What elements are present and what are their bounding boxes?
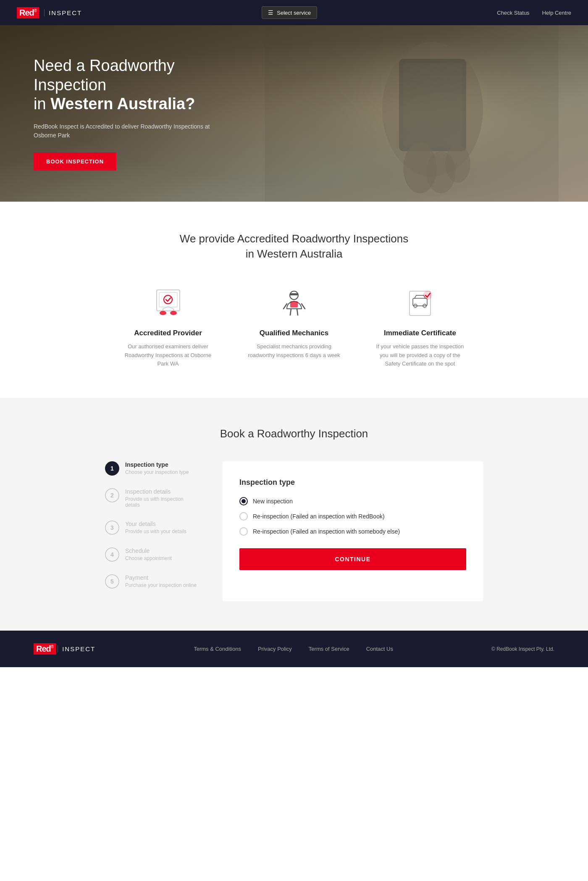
mechanics-desc: Specialist mechanics providing roadworth… <box>248 342 340 360</box>
accredited-name: Accredited Provider <box>122 329 214 337</box>
footer-logo-inspect: INSPECT <box>58 645 95 652</box>
logo-inspect-text: INSPECT <box>44 9 82 16</box>
step-4: 4 Schedule Choose appointment <box>105 547 197 562</box>
step-5: 5 Payment Purchase your inspection onlin… <box>105 574 197 589</box>
footer-contact-us[interactable]: Contact Us <box>366 646 393 652</box>
certificate-icon <box>403 287 437 321</box>
booking-layout: 1 Inspection type Choose your inspection… <box>105 461 483 601</box>
accredited-icon <box>151 287 185 321</box>
booking-title: Book a Roadworthy Inspection <box>34 427 554 440</box>
step-3-label: Your details <box>125 521 186 527</box>
footer-logo-red: Red® <box>34 643 56 655</box>
feature-certificate: Immediate Certificate If your vehicle pa… <box>374 287 466 368</box>
radio-circle-new <box>239 497 248 505</box>
svg-line-24 <box>290 309 291 315</box>
step-4-sublabel: Choose appointment <box>125 555 172 561</box>
footer-copyright: © RedBook Inspect Pty. Ltd. <box>491 646 554 652</box>
form-title: Inspection type <box>239 478 466 487</box>
svg-point-13 <box>160 311 166 315</box>
continue-button[interactable]: CONTINUE <box>239 548 466 570</box>
step-3-number: 3 <box>105 521 119 535</box>
hero-content: Need a Roadworthy Inspection in Western … <box>0 31 252 196</box>
logo-red-text: Red® <box>17 7 39 18</box>
svg-rect-21 <box>290 301 298 308</box>
svg-line-23 <box>302 304 305 309</box>
radio-circle-reinspect-red <box>239 512 248 521</box>
step-2: 2 Inspection details Provide us with ins… <box>105 488 197 508</box>
step-1-number: 1 <box>105 461 119 476</box>
svg-point-30 <box>423 291 432 300</box>
step-2-text: Inspection details Provide us with inspe… <box>125 488 197 508</box>
hero-subtitle: RedBook Inspect is Accredited to deliver… <box>34 122 218 140</box>
book-inspection-button[interactable]: BOOK INSPECTION <box>34 153 116 171</box>
step-2-sublabel: Provide us with inspection details <box>125 496 197 508</box>
radio-dot-new <box>242 499 246 503</box>
step-3-sublabel: Provide us with your details <box>125 529 186 534</box>
certificate-name: Immediate Certificate <box>374 329 466 337</box>
svg-rect-27 <box>413 298 427 306</box>
hero-section: Need a Roadworthy Inspection in Western … <box>0 25 588 202</box>
radio-label-new: New inspection <box>253 498 293 505</box>
footer-terms-service[interactable]: Terms of Service <box>309 646 349 652</box>
features-grid: Accredited Provider Our authorised exami… <box>34 287 554 368</box>
form-panel: Inspection type New inspection Re-inspec… <box>223 461 483 601</box>
radio-reinspect-redbook[interactable]: Re-inspection (Failed an inspection with… <box>239 512 466 521</box>
step-3-text: Your details Provide us with your detail… <box>125 521 186 534</box>
step-5-text: Payment Purchase your inspection online <box>125 574 197 588</box>
svg-point-6 <box>445 145 470 183</box>
booking-section: Book a Roadworthy Inspection 1 Inspectio… <box>0 398 588 631</box>
step-4-text: Schedule Choose appointment <box>125 547 172 561</box>
step-2-label: Inspection details <box>125 488 197 495</box>
feature-accredited: Accredited Provider Our authorised exami… <box>122 287 214 368</box>
svg-line-22 <box>284 304 287 309</box>
footer-privacy-policy[interactable]: Privacy Policy <box>258 646 292 652</box>
svg-point-14 <box>170 311 177 315</box>
radio-circle-reinspect-other <box>239 527 248 536</box>
hamburger-icon: ☰ <box>268 9 273 16</box>
radio-reinspect-other[interactable]: Re-inspection (Failed an inspection with… <box>239 527 466 536</box>
step-3: 3 Your details Provide us with your deta… <box>105 521 197 535</box>
feature-mechanics: Qualified Mechanics Specialist mechanics… <box>248 287 340 368</box>
svg-line-25 <box>297 309 298 315</box>
radio-label-reinspect-red: Re-inspection (Failed an inspection with… <box>253 513 385 520</box>
svg-rect-20 <box>290 293 298 295</box>
step-1: 1 Inspection type Choose your inspection… <box>105 461 197 476</box>
footer: Red® INSPECT Terms & Conditions Privacy … <box>0 631 588 667</box>
mechanics-name: Qualified Mechanics <box>248 329 340 337</box>
steps-panel: 1 Inspection type Choose your inspection… <box>105 461 197 601</box>
mechanics-icon <box>277 287 311 321</box>
step-4-number: 4 <box>105 547 119 562</box>
svg-rect-3 <box>403 63 462 147</box>
footer-logo: Red® INSPECT <box>34 643 95 655</box>
logo: Red® INSPECT <box>17 7 82 18</box>
step-5-number: 5 <box>105 574 119 589</box>
radio-group: New inspection Re-inspection (Failed an … <box>239 497 466 536</box>
svg-point-12 <box>164 295 172 304</box>
radio-new-inspection[interactable]: New inspection <box>239 497 466 505</box>
step-4-label: Schedule <box>125 547 172 554</box>
step-2-number: 2 <box>105 488 119 502</box>
help-centre-link[interactable]: Help Centre <box>542 10 571 16</box>
features-title: We provide Accredited Roadworthy Inspect… <box>34 231 554 262</box>
step-5-label: Payment <box>125 574 197 581</box>
features-section: We provide Accredited Roadworthy Inspect… <box>0 202 588 398</box>
radio-label-reinspect-other: Re-inspection (Failed an inspection with… <box>253 528 400 535</box>
footer-terms-conditions[interactable]: Terms & Conditions <box>194 646 241 652</box>
step-5-sublabel: Purchase your inspection online <box>125 582 197 588</box>
select-service-label: Select service <box>277 10 311 16</box>
check-status-link[interactable]: Check Status <box>497 10 529 16</box>
step-1-label: Inspection type <box>125 461 189 468</box>
certificate-desc: If your vehicle passes the inspection yo… <box>374 342 466 368</box>
nav-right: Check Status Help Centre <box>497 10 571 16</box>
step-1-text: Inspection type Choose your inspection t… <box>125 461 189 475</box>
hero-title: Need a Roadworthy Inspection in Western … <box>34 56 218 114</box>
footer-links: Terms & Conditions Privacy Policy Terms … <box>194 646 393 652</box>
accredited-desc: Our authorised examiners deliver Roadwor… <box>122 342 214 368</box>
step-1-sublabel: Choose your inspection type <box>125 469 189 475</box>
select-service-button[interactable]: ☰ Select service <box>262 6 317 19</box>
